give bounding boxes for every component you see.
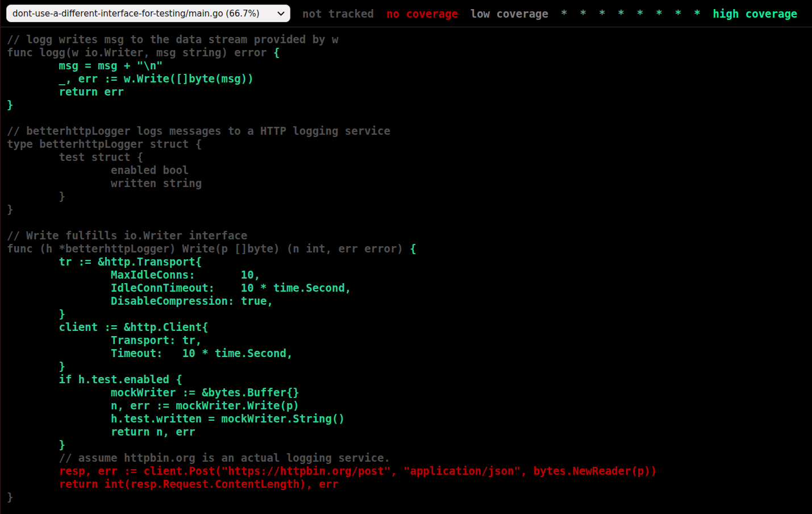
legend-no-coverage: no coverage	[386, 7, 458, 20]
coverage-legend: not trackedno coveragelow coverage******…	[290, 7, 803, 20]
file-select-wrap: dont-use-a-different-interface-for-testi…	[6, 5, 290, 22]
code-segment-cov8: {	[410, 242, 416, 255]
code-segment-cov8: if h.test.enabled {	[7, 373, 182, 386]
coverage-report-page: dont-use-a-different-interface-for-testi…	[0, 0, 812, 514]
code-line: }	[7, 98, 13, 111]
code-line: return err	[7, 85, 124, 98]
code-line: // betterhttpLogger logs messages to a H…	[7, 125, 390, 137]
code-segment-norm: type betterhttpLogger struct {	[7, 138, 202, 150]
code-segment-norm: // logg writes msg to the data stream pr…	[7, 33, 338, 45]
legend-cov4-star: *	[599, 7, 605, 20]
code-segment-cov8: }	[7, 438, 65, 451]
code-line: // logg writes msg to the data stream pr…	[7, 33, 338, 45]
code-segment-cov8: tr := &http.Transport{	[7, 255, 202, 268]
legend-cov5-star: *	[618, 7, 624, 20]
code-line: MaxIdleConns: 10,	[7, 268, 260, 281]
code-segment-cov0: return int(resp.Request.ContentLength), …	[59, 478, 339, 490]
code-line: msg = msg + "\n"	[7, 59, 163, 72]
code-segment-cov8: n, err := mockWriter.Write(p)	[7, 399, 299, 412]
code-segment-norm: test struct {	[7, 151, 143, 163]
code-segment-norm: // betterhttpLogger logs messages to a H…	[7, 125, 390, 137]
code-segment-cov8: }	[7, 98, 13, 111]
code-segment-norm	[7, 478, 59, 490]
legend-cov2-star: *	[561, 7, 567, 20]
file-selector[interactable]: dont-use-a-different-interface-for-testi…	[6, 5, 290, 22]
code-line: client := &http.Client{	[7, 321, 209, 333]
code-segment-cov8: }	[7, 360, 65, 372]
legend-cov9-star: *	[694, 7, 700, 20]
legend-cov6-star: *	[637, 7, 643, 20]
code-line: enabled bool	[7, 164, 189, 176]
code-segment-norm: }	[7, 190, 65, 202]
code-line: return int(resp.Request.ContentLength), …	[7, 478, 338, 490]
code-line: // Write fulfills io.Writer interface	[7, 229, 247, 242]
code-segment-cov8: Transport: tr,	[7, 334, 202, 346]
code-line: }	[7, 308, 65, 320]
code-line: tr := &http.Transport{	[7, 255, 202, 268]
code-line: // assume httpbin.org is an actual loggi…	[7, 451, 390, 464]
code-line: Timeout: 10 * time.Second,	[7, 347, 293, 359]
code-line: func logg(w io.Writer, msg string) error…	[7, 46, 280, 59]
code-line: func (h *betterhttpLogger) Write(p []byt…	[7, 242, 417, 255]
source-code: // logg writes msg to the data stream pr…	[7, 33, 812, 504]
code-segment-cov8: DisableCompression: true,	[7, 295, 273, 307]
content: // logg writes msg to the data stream pr…	[1, 33, 812, 504]
legend-cov8-star: *	[675, 7, 681, 20]
code-line: type betterhttpLogger struct {	[7, 138, 202, 150]
code-line: }	[7, 203, 13, 215]
code-line: }	[7, 190, 65, 202]
code-segment-cov8: h.test.written = mockWriter.String()	[7, 412, 345, 425]
code-segment-cov8: mockWriter := &bytes.Buffer{}	[7, 386, 299, 399]
code-segment-norm: // Write fulfills io.Writer interface	[7, 229, 247, 242]
legend-cov7-star: *	[656, 7, 662, 20]
code-segment-cov8: {	[273, 46, 280, 59]
code-line: _, err := w.Write([]byte(msg))	[7, 72, 254, 85]
code-segment-norm: }	[7, 491, 13, 503]
code-segment-cov8: msg = msg + "\n"	[7, 59, 163, 72]
code-line: mockWriter := &bytes.Buffer{}	[7, 386, 299, 399]
code-segment-norm: written string	[7, 177, 202, 189]
legend-high-coverage: high coverage	[713, 7, 798, 20]
code-line: if h.test.enabled {	[7, 373, 182, 386]
code-segment-norm: // assume httpbin.org is an actual loggi…	[7, 451, 390, 464]
code-line: DisableCompression: true,	[7, 295, 273, 307]
code-segment-norm: func (h *betterhttpLogger) Write(p []byt…	[7, 242, 410, 255]
code-segment-cov8: client := &http.Client{	[7, 321, 209, 333]
code-segment-cov8: IdleConnTimeout: 10 * time.Second,	[7, 281, 351, 294]
code-segment-cov8: return n, err	[7, 425, 195, 438]
legend-not-tracked: not tracked	[302, 7, 374, 20]
code-line: resp, err := client.Post("https://httpbi…	[7, 465, 657, 477]
code-line: written string	[7, 177, 202, 189]
code-segment-norm: enabled bool	[7, 164, 189, 176]
code-segment-cov8: return err	[7, 85, 124, 98]
code-line: }	[7, 491, 13, 503]
code-line: }	[7, 438, 65, 451]
code-segment-norm	[7, 465, 59, 477]
code-segment-cov0: resp, err := client.Post("https://httpbi…	[59, 465, 657, 477]
code-line: test struct {	[7, 151, 143, 163]
code-line: }	[7, 360, 65, 372]
code-segment-cov8: _, err := w.Write([]byte(msg))	[7, 72, 254, 85]
code-line: n, err := mockWriter.Write(p)	[7, 399, 299, 412]
code-segment-norm: func logg(w io.Writer, msg string) error	[7, 46, 273, 59]
legend-cov3-star: *	[580, 7, 586, 20]
code-line: Transport: tr,	[7, 334, 202, 346]
code-segment-norm: }	[7, 203, 13, 215]
code-segment-cov8: Timeout: 10 * time.Second,	[7, 347, 293, 359]
code-line: h.test.written = mockWriter.String()	[7, 412, 345, 425]
code-segment-cov8: }	[7, 308, 65, 320]
code-line: return n, err	[7, 425, 195, 438]
legend-low-coverage: low coverage	[470, 7, 548, 20]
topbar: dont-use-a-different-interface-for-testi…	[1, 0, 812, 27]
code-segment-cov8: MaxIdleConns: 10,	[7, 268, 260, 281]
code-line: IdleConnTimeout: 10 * time.Second,	[7, 281, 351, 294]
